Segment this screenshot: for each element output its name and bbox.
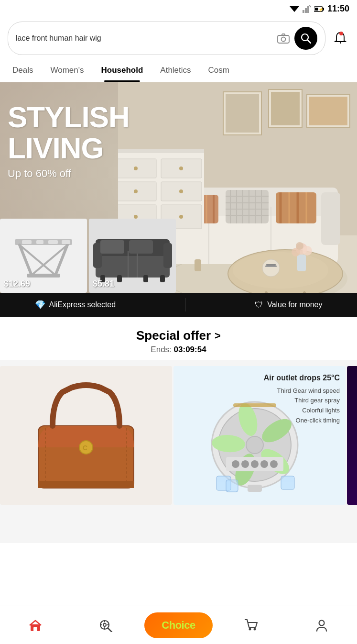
svg-rect-6 xyxy=(315,8,318,11)
hero-title-line2: LIVING xyxy=(8,133,130,164)
banner-products: $12.69 xyxy=(0,219,176,293)
svg-rect-104 xyxy=(100,240,124,254)
nav-item-household[interactable]: Household xyxy=(92,59,151,82)
svg-point-58 xyxy=(233,252,328,289)
svg-point-68 xyxy=(303,246,312,255)
svg-rect-103 xyxy=(160,275,165,282)
product-card-fan[interactable]: Air outlet drops 25°C Third Gear wind sp… xyxy=(173,366,346,505)
svg-rect-89 xyxy=(27,274,60,278)
explore-icon xyxy=(98,619,113,632)
search-icon xyxy=(301,33,311,44)
nav-item-deals[interactable]: Deals xyxy=(4,59,42,82)
nav-item-cosm[interactable]: Cosm xyxy=(200,59,238,82)
svg-text:C: C xyxy=(83,444,87,452)
svg-point-154 xyxy=(249,628,251,630)
svg-rect-97 xyxy=(163,243,172,268)
choice-label: Choice xyxy=(162,619,195,631)
product-card-bag[interactable]: C xyxy=(0,366,172,505)
special-offer-arrow[interactable]: > xyxy=(215,330,221,342)
hero-subtitle: Up to 60% off xyxy=(8,167,130,180)
svg-marker-0 xyxy=(290,6,299,12)
bag-image: C xyxy=(0,366,172,505)
badge-aliexpress: 💎 AliExpress selected xyxy=(35,300,116,310)
svg-line-148 xyxy=(108,628,112,632)
svg-rect-41 xyxy=(226,190,269,223)
svg-point-124 xyxy=(251,460,259,468)
svg-point-73 xyxy=(134,167,138,170)
product-grid: C Air outlet drops 25°C Third Gear wind … xyxy=(0,360,357,543)
fan-feature-1: Third Gear wind speed xyxy=(264,386,340,396)
tab-explore[interactable] xyxy=(70,615,141,636)
stool-price: $12.69 xyxy=(4,279,30,289)
home-icon xyxy=(29,619,42,632)
choice-button[interactable]: Choice xyxy=(144,612,212,638)
fan-feature-3: Colorful lights xyxy=(264,406,340,416)
svg-point-83 xyxy=(179,215,183,219)
tab-home[interactable] xyxy=(0,615,70,636)
fan-feature-2: Third gear spray xyxy=(264,396,340,406)
search-button[interactable] xyxy=(294,27,317,50)
badge-value: 🛡 Value for money xyxy=(255,300,322,310)
shield-icon: 🛡 xyxy=(255,300,263,310)
search-input-container xyxy=(8,22,325,55)
svg-rect-93 xyxy=(62,240,70,244)
hero-title-line1: STYLISH xyxy=(8,101,130,133)
hero-text: STYLISH LIVING Up to 60% off xyxy=(8,101,130,180)
svg-rect-110 xyxy=(38,481,134,488)
svg-rect-130 xyxy=(248,485,262,492)
tab-cart[interactable] xyxy=(216,615,287,636)
search-input[interactable] xyxy=(16,34,272,43)
svg-rect-28 xyxy=(321,192,340,245)
hero-bottom-bar: 💎 AliExpress selected 🛡 Value for money xyxy=(0,293,357,317)
status-bar: ⚡ 11:50 xyxy=(0,0,357,18)
banner-product-card-2[interactable]: $5.81 xyxy=(89,219,176,293)
tab-choice[interactable]: Choice xyxy=(141,609,216,642)
svg-rect-91 xyxy=(36,240,43,244)
special-offer-header: Special offer > xyxy=(0,328,357,343)
svg-point-120 xyxy=(246,436,263,454)
svg-rect-146 xyxy=(33,627,37,631)
svg-rect-17 xyxy=(226,94,259,133)
fan-overlay: Air outlet drops 25°C Third Gear wind sp… xyxy=(264,372,340,426)
svg-point-122 xyxy=(232,460,239,468)
svg-point-75 xyxy=(134,189,138,193)
battery-icon: ⚡ xyxy=(314,6,325,12)
cart-icon xyxy=(244,619,259,632)
svg-point-69 xyxy=(296,242,303,250)
badge-aliexpress-text: AliExpress selected xyxy=(49,300,116,309)
nav-item-athletics[interactable]: Athletics xyxy=(151,59,199,82)
svg-rect-3 xyxy=(307,6,309,13)
svg-rect-1 xyxy=(303,10,304,13)
banner-product-card-1[interactable]: $12.69 xyxy=(0,219,87,293)
notifications-button[interactable] xyxy=(331,29,349,47)
rgb-image: RGB SMD505 xyxy=(347,366,357,505)
svg-point-126 xyxy=(270,460,278,468)
status-time: 11:50 xyxy=(327,4,349,14)
svg-line-4 xyxy=(309,5,311,7)
svg-rect-52 xyxy=(276,192,316,223)
svg-point-155 xyxy=(254,628,256,630)
nav-item-womens[interactable]: Women's xyxy=(42,59,92,82)
signal-icon xyxy=(303,5,311,13)
special-offer-title: Special offer xyxy=(136,328,211,343)
svg-point-61 xyxy=(262,259,280,277)
svg-text:⚡: ⚡ xyxy=(318,7,324,12)
svg-point-156 xyxy=(319,620,325,625)
svg-point-125 xyxy=(260,460,268,468)
svg-rect-21 xyxy=(309,97,347,125)
svg-point-10 xyxy=(281,37,286,42)
camera-search-button[interactable] xyxy=(277,33,290,44)
svg-point-81 xyxy=(134,215,138,219)
svg-line-12 xyxy=(308,40,311,44)
fan-title: Air outlet drops 25°C xyxy=(264,372,340,384)
special-offer-section: Special offer > Ends: 03:09:54 xyxy=(0,317,357,360)
svg-point-149 xyxy=(103,623,106,626)
badge-value-text: Value for money xyxy=(267,300,322,309)
badge-divider xyxy=(185,298,185,311)
product-card-rgb[interactable]: RGB SMD505 xyxy=(347,366,357,505)
profile-icon xyxy=(315,619,328,632)
svg-rect-64 xyxy=(297,255,306,271)
hero-banner: STYLISH LIVING Up to 60% off xyxy=(0,82,357,317)
svg-rect-2 xyxy=(305,8,307,13)
tab-profile[interactable] xyxy=(287,615,357,636)
